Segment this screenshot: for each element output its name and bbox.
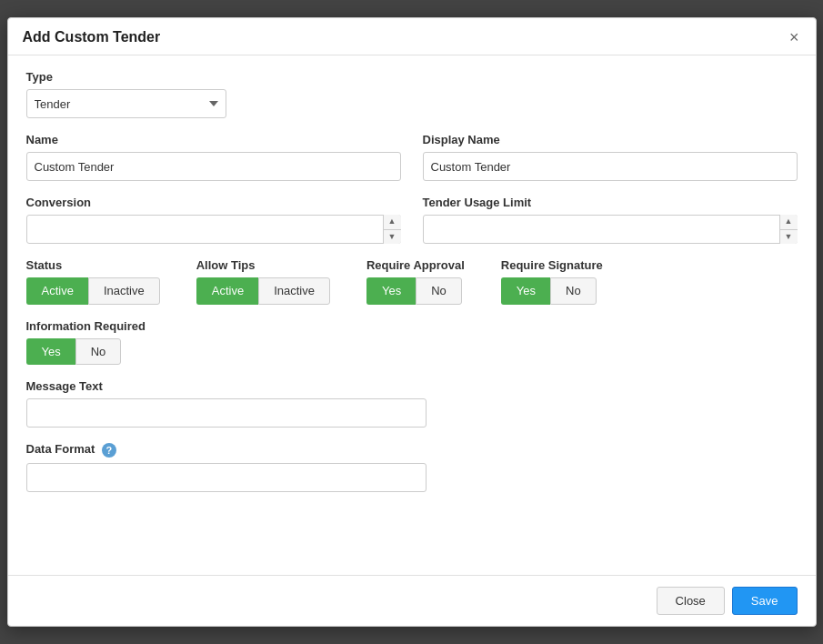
- data-format-row: Data Format ?: [26, 442, 427, 492]
- require-approval-yes-button[interactable]: Yes: [366, 277, 416, 305]
- save-button[interactable]: Save: [732, 587, 798, 615]
- require-signature-group: Require Signature Yes No: [501, 258, 603, 305]
- name-displayname-row: Name Display Name: [26, 133, 798, 181]
- type-label: Type: [26, 70, 798, 84]
- conversion-label: Conversion: [26, 196, 401, 209]
- modal-body: Type Tender Name Display Name: [8, 55, 816, 575]
- conversion-usage-row: Conversion ▲ ▼ Tender Usage Limit: [26, 196, 798, 244]
- tender-usage-label: Tender Usage Limit: [423, 196, 798, 209]
- status-label: Status: [26, 258, 160, 272]
- data-format-input[interactable]: [26, 463, 427, 492]
- message-text-row: Message Text: [26, 379, 427, 428]
- info-required-section: Information Required Yes No: [26, 319, 798, 366]
- conversion-spinner-wrapper: ▲ ▼: [26, 215, 401, 244]
- data-format-label: Data Format ?: [26, 442, 427, 458]
- type-select-wrapper: Tender: [26, 89, 226, 118]
- modal-title: Add Custom Tender: [23, 29, 161, 45]
- status-toggle-group: Active Inactive: [26, 277, 160, 305]
- display-name-col: Display Name: [423, 133, 798, 181]
- modal-header: Add Custom Tender ×: [8, 18, 816, 55]
- status-row: Status Active Inactive Allow Tips Active…: [26, 258, 798, 305]
- status-inactive-button[interactable]: Inactive: [88, 277, 160, 305]
- require-approval-label: Require Approval: [366, 258, 465, 272]
- conversion-down-arrow[interactable]: ▼: [384, 230, 401, 245]
- require-signature-label: Require Signature: [501, 258, 603, 272]
- conversion-input[interactable]: [26, 215, 401, 244]
- allow-tips-active-button[interactable]: Active: [196, 277, 258, 305]
- require-signature-no-button[interactable]: No: [550, 277, 597, 305]
- display-name-label: Display Name: [423, 133, 798, 146]
- tender-usage-input[interactable]: [423, 215, 798, 244]
- add-custom-tender-modal: Add Custom Tender × Type Tender Name: [7, 17, 817, 627]
- allow-tips-label: Allow Tips: [196, 258, 330, 272]
- tender-usage-spinner-arrows: ▲ ▼: [779, 215, 798, 244]
- tender-usage-up-arrow[interactable]: ▲: [780, 215, 798, 230]
- message-text-input[interactable]: [26, 398, 427, 428]
- status-active-button[interactable]: Active: [26, 277, 88, 305]
- data-format-help-icon[interactable]: ?: [102, 443, 116, 458]
- require-signature-yes-button[interactable]: Yes: [501, 277, 550, 305]
- tender-usage-spinner-wrapper: ▲ ▼: [423, 215, 798, 244]
- allow-tips-inactive-button[interactable]: Inactive: [258, 277, 330, 305]
- info-required-label: Information Required: [26, 319, 798, 333]
- require-approval-no-button[interactable]: No: [416, 277, 462, 305]
- require-approval-toggle-group: Yes No: [366, 277, 465, 305]
- require-signature-toggle-group: Yes No: [501, 277, 603, 305]
- close-button[interactable]: Close: [657, 587, 725, 615]
- name-input[interactable]: [26, 152, 401, 181]
- tender-usage-col: Tender Usage Limit ▲ ▼: [423, 196, 798, 244]
- conversion-col: Conversion ▲ ▼: [26, 196, 401, 244]
- modal-footer: Close Save: [8, 575, 816, 626]
- name-label: Name: [26, 133, 401, 146]
- type-select[interactable]: Tender: [26, 89, 226, 118]
- tender-usage-down-arrow[interactable]: ▼: [780, 230, 798, 245]
- conversion-spinner-arrows: ▲ ▼: [383, 215, 401, 244]
- status-group: Status Active Inactive: [26, 258, 160, 305]
- conversion-up-arrow[interactable]: ▲: [384, 215, 401, 230]
- name-col: Name: [26, 133, 401, 181]
- display-name-input[interactable]: [423, 152, 798, 181]
- info-required-no-button[interactable]: No: [75, 338, 122, 366]
- info-required-yes-button[interactable]: Yes: [26, 338, 75, 366]
- info-required-toggle-group: Yes No: [26, 338, 798, 366]
- message-text-label: Message Text: [26, 379, 427, 393]
- modal-close-button[interactable]: ×: [788, 29, 801, 45]
- allow-tips-group: Allow Tips Active Inactive: [196, 258, 330, 305]
- type-field-row: Type Tender: [26, 70, 798, 118]
- allow-tips-toggle-group: Active Inactive: [196, 277, 330, 305]
- require-approval-group: Require Approval Yes No: [366, 258, 465, 305]
